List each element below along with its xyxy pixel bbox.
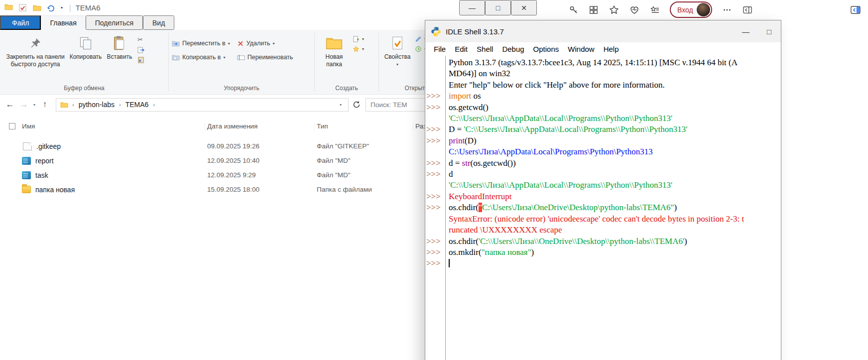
delete-button[interactable]: Удалить ▾ xyxy=(237,40,293,47)
new-folder-button[interactable]: Новая папка xyxy=(318,33,351,70)
ribbon-group-organize: Переместить в ▾ Копировать в ▾ Удалить xyxy=(169,30,314,94)
explorer-close-button[interactable]: ✕ xyxy=(511,0,537,15)
file-name: .gitkeep xyxy=(36,142,61,150)
menu-help[interactable]: Help xyxy=(599,45,623,53)
up-button[interactable]: ↑ xyxy=(38,100,52,110)
text-cursor xyxy=(449,259,450,267)
idle-window-title: IDLE Shell 3.13.7 xyxy=(446,27,504,36)
paste-shortcut-button[interactable] xyxy=(137,57,145,63)
copy-button-label: Копировать xyxy=(70,53,102,61)
tab-view[interactable]: Вид xyxy=(143,15,174,30)
more-options-icon[interactable] xyxy=(719,2,736,17)
file-name: report xyxy=(35,157,54,165)
menu-edit[interactable]: Edit xyxy=(450,45,472,53)
rename-button[interactable]: Переименовать xyxy=(237,54,293,61)
breadcrumb-chevron-icon: › xyxy=(70,102,76,108)
explorer-app-icon xyxy=(4,3,13,12)
shell-line-text: runcated \UXXXXXXXX escape xyxy=(446,225,562,236)
apps-grid-icon[interactable] xyxy=(585,2,602,17)
favorites-hub-icon[interactable] xyxy=(646,2,663,17)
menu-file[interactable]: File xyxy=(429,45,450,53)
shell-line-text: C:\Users\Лиза\AppData\Local\Programs\Pyt… xyxy=(446,146,653,157)
move-to-label: Переместить в xyxy=(182,40,226,47)
properties-icon xyxy=(391,35,403,52)
file-type: Файл "MD" xyxy=(315,157,413,164)
file-date: 09.09.2025 19:26 xyxy=(205,142,315,150)
paste-shortcut-icon xyxy=(137,57,145,63)
breadcrumb-tema6[interactable]: ТЕМА6 xyxy=(123,101,151,109)
breadcrumb-chevron-icon: › xyxy=(151,102,157,108)
easy-access-button[interactable]: ▾ xyxy=(353,46,364,52)
idle-maximize-button[interactable]: □ xyxy=(757,20,781,42)
breadcrumb-python-labs[interactable]: python-labs xyxy=(76,101,117,109)
tab-home[interactable]: Главная xyxy=(41,15,85,30)
ribbon-group-label-create: Создать xyxy=(315,84,378,94)
column-header-type[interactable]: Тип xyxy=(315,122,413,131)
new-item-button[interactable]: ▾ xyxy=(353,36,364,42)
sidebar-toggle-icon[interactable] xyxy=(739,2,756,17)
favorites-star-icon[interactable] xyxy=(606,2,622,17)
properties-quick-icon[interactable] xyxy=(17,3,27,13)
shell-line-text: d xyxy=(446,169,453,180)
menu-debug[interactable]: Debug xyxy=(497,45,528,53)
password-key-icon[interactable] xyxy=(565,2,582,17)
explorer-maximize-button[interactable]: □ xyxy=(485,0,511,15)
address-folder-icon xyxy=(60,102,68,108)
organize-left-column: Переместить в ▾ Копировать в ▾ xyxy=(172,33,230,61)
shell-prompt: >>> xyxy=(425,91,446,102)
explorer-minimize-button[interactable]: — xyxy=(459,0,485,15)
paste-button[interactable]: Вставить xyxy=(104,33,135,63)
tab-share[interactable]: Поделиться xyxy=(86,15,143,30)
titlebar-divider: | xyxy=(69,4,71,12)
copy-button[interactable]: Копировать xyxy=(68,33,104,63)
refresh-button[interactable] xyxy=(353,101,361,109)
explorer-window-title: ТЕМА6 xyxy=(76,3,101,12)
shell-prompt xyxy=(425,80,446,91)
menu-options[interactable]: Options xyxy=(529,45,564,53)
cut-button[interactable]: ✂ xyxy=(137,36,145,43)
copy-to-icon xyxy=(172,54,180,61)
create-small-buttons: ▾ ▾ xyxy=(351,33,365,52)
tab-file[interactable]: Файл xyxy=(0,15,41,30)
redo-quick-icon[interactable] xyxy=(46,3,56,13)
breadcrumb-chevron-icon: › xyxy=(117,102,123,108)
menu-window[interactable]: Window xyxy=(563,45,599,53)
file-type: Файл "GITKEEP" xyxy=(315,142,413,150)
browser-toolbar: Вход xyxy=(558,0,868,19)
shell-prompt: >>> xyxy=(425,236,446,247)
new-folder-icon xyxy=(326,35,343,52)
address-history-chevron-icon[interactable]: ▾ xyxy=(337,103,344,107)
select-all-checkbox[interactable] xyxy=(9,123,15,129)
forward-button[interactable]: → xyxy=(17,100,31,110)
address-bar[interactable]: › python-labs › ТЕМА6 › ▾ xyxy=(56,98,349,112)
quick-access-toolbar: ▾ | xyxy=(0,3,71,13)
column-header-date[interactable]: Дата изменения xyxy=(205,122,315,131)
back-button[interactable]: ← xyxy=(3,100,17,110)
idle-titlebar[interactable]: IDLE Shell 3.13.7 — □ xyxy=(425,20,781,42)
menu-shell[interactable]: Shell xyxy=(472,45,497,53)
shell-prompt xyxy=(425,225,446,236)
new-folder-label: Новая папка xyxy=(319,53,350,68)
shell-prompt: >>> xyxy=(425,169,446,180)
properties-button[interactable]: Свойства ▾ xyxy=(382,33,413,69)
new-folder-quick-icon[interactable] xyxy=(32,3,42,13)
shell-textarea[interactable]: Python 3.13.7 (tags/v3.13.7:bcee1c3, Aug… xyxy=(425,56,781,360)
copy-to-chevron-icon: ▾ xyxy=(223,55,225,60)
signin-button[interactable]: Вход xyxy=(670,1,712,18)
browser-essentials-icon[interactable] xyxy=(626,2,643,17)
ribbon-group-create: Новая папка ▾ ▾ Создать xyxy=(315,30,378,94)
delete-label: Удалить xyxy=(247,40,270,47)
edge-sidebar-panel-icon[interactable] xyxy=(847,2,864,17)
copy-to-label: Копировать в xyxy=(182,54,221,61)
shell-prompt: >>> xyxy=(425,202,446,213)
pin-to-quick-access-button[interactable]: Закрепить на панели быстрого доступа xyxy=(3,33,68,70)
column-header-name[interactable]: Имя xyxy=(20,122,205,131)
copy-to-button[interactable]: Копировать в ▾ xyxy=(172,54,230,61)
qat-customize-chevron-icon[interactable]: ▾ xyxy=(61,5,63,10)
shell-prompt xyxy=(425,214,446,225)
copy-path-button[interactable] xyxy=(137,47,145,53)
move-to-button[interactable]: Переместить в ▾ xyxy=(172,40,230,47)
shell-line-text: os.mkdir("папка новая") xyxy=(446,247,534,258)
idle-minimize-button[interactable]: — xyxy=(734,20,757,42)
recent-locations-chevron-icon[interactable]: ▾ xyxy=(31,103,38,107)
